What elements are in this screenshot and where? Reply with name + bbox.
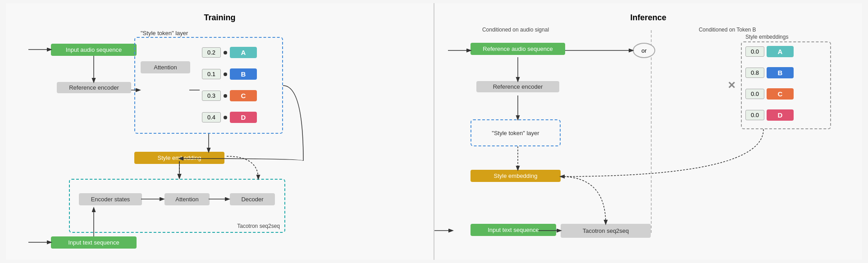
inf-weight-c: 0.0 xyxy=(745,89,764,99)
attention2-box: Attention xyxy=(164,193,210,205)
dot-d xyxy=(224,116,227,119)
conditioned-token-label: Conditioned on Token B xyxy=(682,27,772,33)
dot-a xyxy=(224,51,227,54)
inference-token-d-row: 0.0 D xyxy=(745,109,794,121)
multiply-symbol: ✕ xyxy=(727,80,736,91)
tacotron-label-training: Tacotron seq2seq xyxy=(237,223,280,229)
decoder-box: Decoder xyxy=(230,193,275,205)
inference-title: Inference xyxy=(434,13,862,23)
inf-token-a: A xyxy=(767,46,794,57)
reference-encoder-inference: Reference encoder xyxy=(476,81,559,92)
token-d: D xyxy=(230,112,257,123)
style-embeddings-label: Style embeddings xyxy=(745,34,809,40)
tacotron-inference: Tacotron seq2seq xyxy=(561,224,651,238)
style-embedding-inference: Style embedding xyxy=(471,170,561,182)
dot-b xyxy=(224,73,227,76)
inf-token-c: C xyxy=(767,88,794,100)
input-text-training: Input text sequence xyxy=(51,236,137,249)
weight-b: 0.1 xyxy=(202,69,221,79)
token-row-c: 0.3 C xyxy=(202,90,257,101)
inference-token-a-row: 0.0 A xyxy=(745,46,794,57)
inference-section: Inference Conditioned on audio signal Co… xyxy=(434,3,862,260)
inf-token-b: B xyxy=(767,67,794,78)
token-b: B xyxy=(230,68,257,80)
inf-weight-b: 0.8 xyxy=(745,68,764,78)
reference-audio-box: Reference audio sequence xyxy=(471,43,565,55)
inf-weight-d: 0.0 xyxy=(745,110,764,120)
attention-box-training: Attention xyxy=(141,61,190,73)
inference-token-c-row: 0.0 C xyxy=(745,88,794,100)
input-text-inference: Input text sequence xyxy=(471,224,556,236)
token-row-d: 0.4 D xyxy=(202,112,257,123)
training-title: Training xyxy=(6,13,434,23)
token-c: C xyxy=(230,90,257,101)
inf-token-d: D xyxy=(767,109,794,121)
token-row-a: 0.2 A xyxy=(202,47,257,58)
reference-encoder-box: Reference encoder xyxy=(57,82,131,93)
inference-token-b-row: 0.8 B xyxy=(745,67,794,78)
style-tokens-inference-box: 0.0 A 0.8 B 0.0 C 0.0 D xyxy=(741,41,831,129)
token-row-b: 0.1 B xyxy=(202,68,257,80)
training-section: Training Input audio sequence Reference … xyxy=(6,3,434,260)
style-token-layer-box: "Style token" layer Attention 0.2 A 0.1 … xyxy=(134,37,283,134)
inf-weight-a: 0.0 xyxy=(745,46,764,57)
or-circle: or xyxy=(633,43,655,58)
conditioned-audio-label: Conditioned on audio signal xyxy=(471,27,561,33)
style-embedding-training: Style embedding xyxy=(134,152,224,164)
weight-c: 0.3 xyxy=(202,91,221,101)
input-audio-box: Input audio sequence xyxy=(51,44,137,56)
dot-c xyxy=(224,94,227,98)
style-token-layer-inference: "Style token" layer xyxy=(471,119,561,146)
weight-d: 0.4 xyxy=(202,112,221,122)
diagram-container: Training Input audio sequence Reference … xyxy=(6,3,862,260)
inference-inner-divider xyxy=(651,30,652,233)
style-token-label: "Style token" layer xyxy=(139,30,190,36)
style-token-inference-label: "Style token" layer xyxy=(492,130,539,136)
tacotron-box-training: Tacotron seq2seq Encoder states Attentio… xyxy=(69,179,285,233)
encoder-states-box: Encoder states xyxy=(79,193,142,205)
token-a: A xyxy=(230,47,257,58)
weight-a: 0.2 xyxy=(202,47,221,58)
